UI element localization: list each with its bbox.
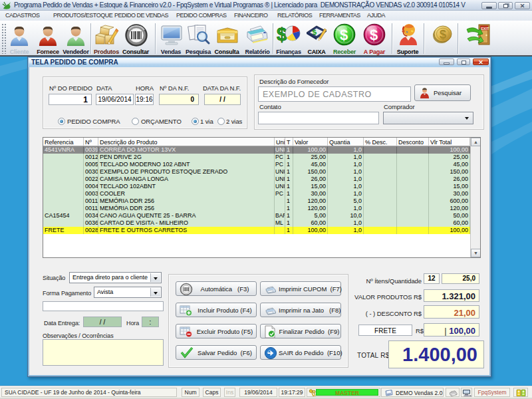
svg-text:$: $ xyxy=(340,27,348,43)
svg-text:$: $ xyxy=(440,28,446,41)
svg-text:$: $ xyxy=(370,27,378,43)
svg-text:EXIT: EXIT xyxy=(481,27,489,31)
